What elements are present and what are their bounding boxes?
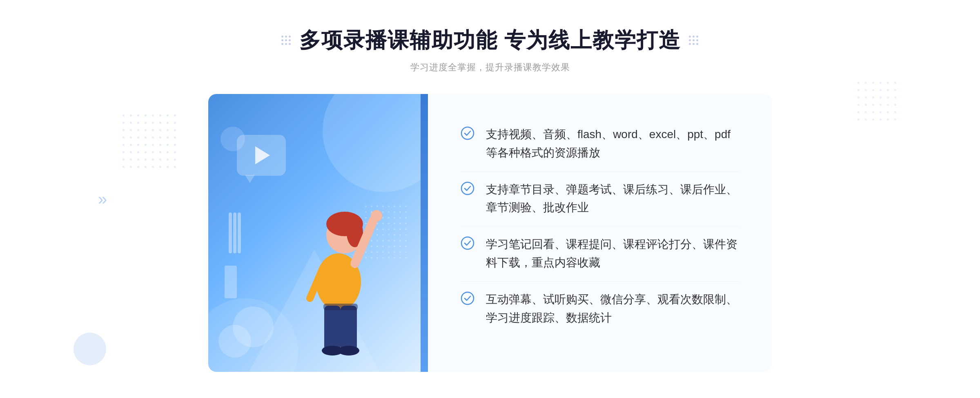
svg-point-9 [338,346,359,356]
check-circle-icon [461,181,474,195]
stripe-decoration [229,212,241,253]
feature-item-3: 学习笔记回看、课程提问、课程评论打分、课件资料下载，重点内容收藏 [461,226,739,282]
feature-text-1: 支持视频、音频、flash、word、excel、ppt、pdf等各种格式的资源… [486,125,739,162]
blue-rect-decoration [225,266,237,298]
svg-rect-12 [229,212,232,253]
right-panel: 支持视频、音频、flash、word、excel、ppt、pdf等各种格式的资源… [428,94,772,372]
bottom-circle-decoration [216,323,253,360]
check-circle-icon [461,291,474,305]
title-row: 多项录播课辅助功能 专为线上教学打造 [281,26,699,55]
dot-grid-right [689,36,699,45]
header-section: 多项录播课辅助功能 专为线上教学打造 学习进度全掌握，提升录播课教学效果 [0,26,980,74]
check-circle-icon [461,126,474,140]
feature-item-4: 互动弹幕、试听购买、微信分享、观看次数限制、学习进度跟踪、数据统计 [461,282,739,336]
title-decoration-left [281,36,291,45]
feature-item-1: 支持视频、音频、flash、word、excel、ppt、pdf等各种格式的资源… [461,116,739,172]
check-circle-icon [461,236,474,250]
person-illustration [275,176,406,372]
title-decoration-right [689,36,699,45]
circle-decoration-2 [220,127,245,151]
deco-chevrons-icon: » [98,191,107,207]
page-container: (function() { const container = document… [0,26,980,372]
subtitle: 学习进度全掌握，提升录播课教学效果 [410,61,570,74]
svg-rect-13 [233,212,236,253]
deco-circle-bottom [74,333,106,365]
svg-rect-6 [324,306,341,351]
dot-grid-left [281,36,291,45]
svg-point-10 [371,210,382,221]
features-list: 支持视频、音频、flash、word、excel、ppt、pdf等各种格式的资源… [461,116,739,336]
svg-rect-7 [341,306,357,351]
feature-text-3: 学习笔记回看、课程提问、课程评论打分、课件资料下载，重点内容收藏 [486,235,739,272]
svg-point-17 [461,182,474,195]
feature-item-2: 支持章节目录、弹题考试、课后练习、课后作业、章节测验、批改作业 [461,172,739,227]
svg-point-16 [461,127,474,139]
content-section: 支持视频、音频、flash、word、excel、ppt、pdf等各种格式的资源… [208,94,772,372]
connector-bar [421,94,428,372]
bg-decoration-dots-right: (function() { const container = document… [858,82,898,123]
bg-decoration-dots-left: (function() { const container = document… [122,114,178,170]
svg-point-18 [461,237,474,249]
svg-point-15 [218,325,251,358]
feature-text-2: 支持章节目录、弹题考试、课后练习、课后作业、章节测验、批改作业 [486,181,739,217]
main-title: 多项录播课辅助功能 专为线上教学打造 [299,26,681,55]
svg-rect-14 [238,212,241,253]
left-illustration [208,94,421,372]
svg-point-19 [461,292,474,304]
feature-text-4: 互动弹幕、试听购买、微信分享、观看次数限制、学习进度跟踪、数据统计 [486,291,739,327]
svg-rect-11 [323,304,358,310]
play-icon [255,146,270,164]
circle-decoration-1 [233,306,274,347]
